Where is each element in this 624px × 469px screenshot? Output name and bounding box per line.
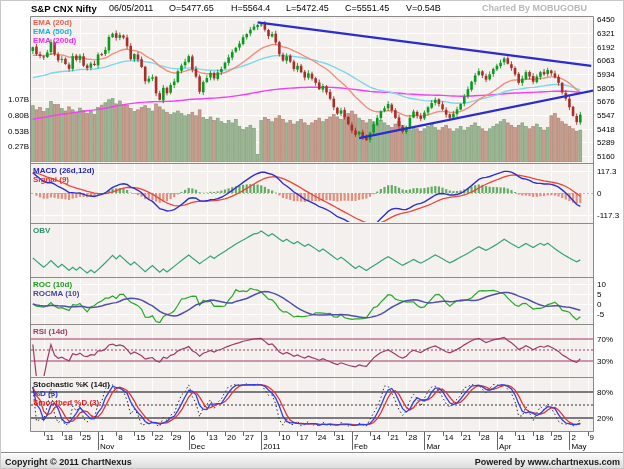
price-axis-label: 5805	[597, 84, 615, 93]
date-tick-label: 7	[426, 433, 430, 442]
month-tick-label: Feb	[354, 442, 368, 451]
quote-open: O=5477.65	[169, 3, 214, 13]
date-tick-label: 7	[354, 433, 358, 442]
date-tick-label: 15	[136, 433, 145, 442]
roc-axis-label: 0	[597, 300, 601, 309]
date-tick-label: 21	[463, 433, 472, 442]
legend-stoch-d: %D (3)	[33, 389, 58, 398]
legend-rsi: RSI (14d)	[33, 327, 68, 336]
date-tick-label: 27	[245, 433, 254, 442]
date-tick-label: 31	[336, 433, 345, 442]
date-tick-label: 25	[82, 433, 91, 442]
date-tick-label: 25	[553, 433, 562, 442]
date-tick-label: 14	[372, 433, 381, 442]
price-axis-label: 5934	[597, 70, 615, 79]
symbol-title: S&P CNX Nifty	[31, 3, 97, 14]
price-axis-label: 5160	[597, 152, 615, 161]
price-axis-label: 5676	[597, 97, 615, 106]
legend-ema20: EMA (20d)	[33, 18, 72, 27]
date-tick-label: 4	[499, 433, 503, 442]
volume-axis-label: 0.27B	[2, 142, 29, 151]
legend-obv: OBV	[33, 226, 50, 235]
legend-macd: MACD (26d,12d)	[33, 166, 94, 175]
month-tick-label: Mar	[426, 442, 440, 451]
month-tick-label: May	[571, 442, 586, 451]
date-tick-label: 14	[445, 433, 454, 442]
stoch-axis-label: 20%	[597, 414, 613, 423]
rsi-axis-label: 70%	[597, 335, 613, 344]
date-tick-label: 17	[299, 433, 308, 442]
date-tick-label: 8	[118, 433, 122, 442]
legend-ema50: EMA (50d)	[33, 27, 72, 36]
month-tick-label: Nov	[100, 442, 114, 451]
footer-bar: Copyright © 2011 ChartNexus Powered by w…	[1, 452, 624, 469]
date-tick-label: 21	[390, 433, 399, 442]
legend-stoch-sd: Smoothed %D (3)	[33, 398, 99, 407]
date-tick-label: 13	[209, 433, 218, 442]
volume-axis-label: 0.53B	[2, 127, 29, 136]
price-axis-label: 6450	[597, 15, 615, 24]
date-tick-label: 11	[517, 433, 525, 442]
legend-macd-signal: Signal (9)	[33, 175, 69, 184]
quote-date: 06/05/2011	[109, 3, 153, 13]
price-axis-label: 6063	[597, 56, 615, 65]
macd-axis-label: 117.3	[597, 167, 616, 176]
price-axis-label: 5547	[597, 111, 615, 120]
roc-axis-label: 5	[597, 290, 601, 299]
roc-axis-label: 10	[597, 280, 606, 289]
date-tick-label: 9	[590, 433, 594, 442]
legend-stoch-k: Stochastic %K (14d)	[33, 380, 110, 389]
legend-roc: ROC (10d)	[33, 280, 72, 289]
month-tick-label: Dec	[191, 442, 205, 451]
date-tick-label: 20	[227, 433, 236, 442]
date-tick-label: 6	[191, 433, 195, 442]
date-tick-label: 2	[571, 433, 575, 442]
macd-axis-label: -117.3	[597, 211, 619, 220]
date-tick-label: 18	[64, 433, 73, 442]
copyright-label: Copyright © 2011 ChartNexus	[5, 457, 132, 467]
price-axis-label: 5418	[597, 125, 615, 134]
date-tick-label: 3	[263, 433, 267, 442]
price-axis-label: 6321	[597, 29, 615, 38]
price-axis-label: 6192	[597, 43, 615, 52]
date-tick-label: 11	[46, 433, 54, 442]
date-tick-label: 22	[154, 433, 163, 442]
quote-close: C=5551.45	[345, 3, 389, 13]
date-tick-label: 18	[535, 433, 544, 442]
quote-low: L=5472.45	[286, 3, 329, 13]
rsi-axis-label: 30%	[597, 357, 613, 366]
quote-high: H=5564.4	[231, 3, 270, 13]
date-tick-label: 10	[281, 433, 290, 442]
month-tick-label: 2011	[263, 442, 280, 451]
month-tick-label: Apr	[499, 442, 511, 451]
stoch-axis-label: 80%	[597, 388, 613, 397]
date-tick-label: 24	[318, 433, 327, 442]
legend-ema200: EMA (200d)	[33, 36, 76, 45]
powered-by-label: Powered by www.chartnexus.com	[475, 457, 620, 467]
date-tick-label: 28	[481, 433, 490, 442]
price-axis-label: 5289	[597, 138, 615, 147]
macd-axis-label: 0	[597, 189, 601, 198]
quote-volume: V=0.54B	[406, 3, 441, 13]
volume-axis-label: 1.07B	[2, 95, 29, 104]
date-tick-label: 28	[408, 433, 417, 442]
date-tick-label: 1	[100, 433, 104, 442]
legend-rocma: ROCMA (10)	[33, 289, 79, 298]
volume-axis-label: 0.80B	[2, 111, 29, 120]
chartnexus-window: { "header": { "symbol": "S&P CNX Nifty",…	[0, 0, 624, 469]
date-tick-label: 29	[173, 433, 182, 442]
roc-axis-label: -5	[597, 310, 604, 319]
charted-by-label: Charted By MOBUGOBU	[482, 3, 587, 13]
